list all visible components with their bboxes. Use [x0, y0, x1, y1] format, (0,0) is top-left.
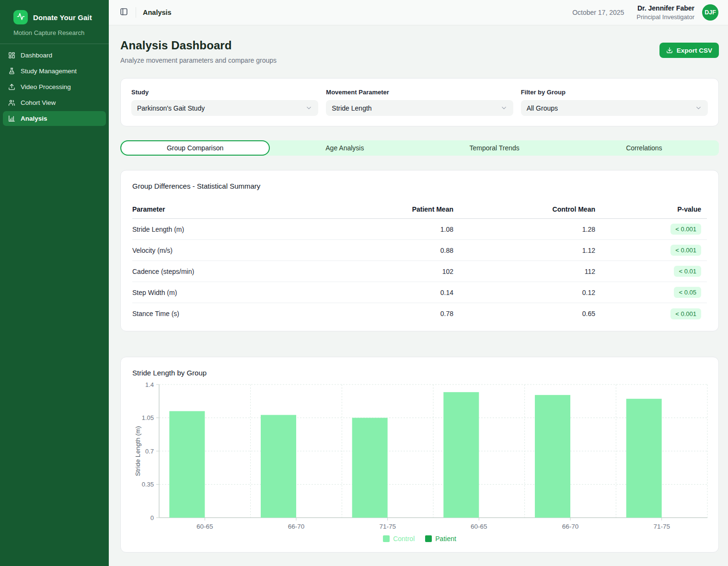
x-tick-label: 66-70: [562, 523, 579, 529]
patient-mean-cell: 102: [338, 268, 453, 275]
bar-chart: 00.350.71.051.460-6566-7071-7560-6566-70…: [132, 380, 707, 531]
table-row: Velocity (m/s) 0.88 1.12 < 0.001: [132, 240, 707, 261]
sidebar-item-label: Cohort View: [21, 99, 56, 106]
chevron-down-icon: [695, 104, 702, 112]
tab-group-comparison[interactable]: Group Comparison: [120, 140, 270, 156]
x-tick-label: 71-75: [379, 523, 396, 529]
panel-left-icon: [120, 8, 128, 18]
chevron-down-icon: [500, 104, 508, 112]
table-row: Stride Length (m) 1.08 1.28 < 0.001: [132, 219, 707, 240]
page-title: Analysis Dashboard: [120, 39, 277, 52]
main-content: Analysis Dashboard Analyze movement para…: [109, 25, 728, 566]
current-date: October 17, 2025: [572, 9, 624, 16]
page-subtitle: Analyze movement parameters and compare …: [120, 57, 277, 64]
filter-label: Study: [131, 89, 318, 96]
x-tick-label: 66-70: [288, 523, 305, 529]
chart-card: Stride Length by Group 00.350.71.051.460…: [120, 357, 719, 553]
filter-movement-parameter: Movement Parameter Stride Length: [326, 89, 513, 116]
user-name: Dr. Jennifer Faber: [636, 4, 694, 13]
sidebar-nav: Dashboard Study Management Video Process…: [0, 48, 109, 126]
users-icon: [8, 99, 15, 107]
chart-bar[interactable]: [626, 399, 662, 518]
control-mean-cell: 0.12: [453, 289, 595, 296]
x-tick-label: 60-65: [471, 523, 487, 529]
sidebar-item-label: Analysis: [21, 115, 47, 122]
col-control-mean: Control Mean: [453, 205, 595, 213]
chart-bar[interactable]: [443, 392, 479, 518]
patient-mean-cell: 0.78: [338, 310, 453, 317]
activity-pulse-icon: [17, 12, 25, 23]
export-csv-button[interactable]: Export CSV: [659, 43, 719, 58]
control-mean-cell: 0.65: [453, 310, 595, 317]
parameter-cell: Velocity (m/s): [132, 247, 338, 254]
study-select[interactable]: Parkinson's Gait Study: [131, 100, 318, 116]
patient-swatch: [425, 535, 432, 542]
movement-parameter-select-value: Stride Length: [332, 104, 371, 112]
sidebar-item-analysis[interactable]: Analysis: [3, 111, 106, 126]
table-header-row: Parameter Patient Mean Control Mean P-va…: [132, 200, 707, 219]
chart-bar[interactable]: [261, 415, 296, 518]
parameter-cell: Stride Length (m): [132, 226, 338, 233]
legend-label: Patient: [435, 535, 456, 543]
y-tick-label: 0.35: [142, 481, 154, 488]
breadcrumb: Analysis: [143, 9, 172, 16]
table-row: Stance Time (s) 0.78 0.65 < 0.001: [132, 303, 707, 324]
sidebar-item-study-management[interactable]: Study Management: [3, 64, 106, 79]
analysis-tabs: Group Comparison Age Analysis Temporal T…: [120, 140, 719, 156]
brand: Donate Your Gait: [0, 0, 109, 24]
group-select[interactable]: All Groups: [521, 100, 708, 116]
filter-label: Filter by Group: [521, 89, 708, 96]
control-mean-cell: 112: [453, 268, 595, 275]
legend-item-control[interactable]: Control: [383, 535, 415, 543]
parameter-cell: Cadence (steps/min): [132, 268, 338, 275]
chart-title: Stride Length by Group: [132, 369, 707, 377]
sidebar-item-label: Video Processing: [21, 83, 71, 91]
control-swatch: [383, 535, 390, 542]
bar-chart-icon: [8, 115, 15, 123]
filter-label: Movement Parameter: [326, 89, 513, 96]
x-tick-label: 60-65: [196, 523, 213, 529]
control-mean-cell: 1.28: [453, 226, 595, 233]
stats-summary-card: Group Differences - Statistical Summary …: [120, 170, 719, 331]
tab-age-analysis[interactable]: Age Analysis: [270, 140, 419, 156]
chart-bar[interactable]: [535, 395, 570, 518]
chevron-down-icon: [305, 104, 312, 112]
stats-table: Parameter Patient Mean Control Mean P-va…: [132, 200, 707, 324]
sidebar-item-video-processing[interactable]: Video Processing: [3, 79, 106, 94]
filters-card: Study Parkinson's Gait Study Movement Pa…: [120, 78, 719, 126]
y-axis-title: Stride Length (m): [134, 426, 141, 476]
y-tick-label: 0.7: [145, 448, 154, 455]
patient-mean-cell: 0.88: [338, 247, 453, 254]
user-role: Principal Investigator: [636, 13, 694, 22]
sidebar-divider: [0, 44, 109, 44]
legend-label: Control: [393, 535, 415, 543]
y-tick-label: 1.05: [142, 414, 154, 421]
control-mean-cell: 1.12: [453, 247, 595, 254]
topbar-separator: [136, 7, 136, 18]
col-parameter: Parameter: [132, 205, 338, 213]
avatar[interactable]: DJF: [702, 4, 718, 21]
sidebar-item-dashboard[interactable]: Dashboard: [3, 48, 106, 63]
sidebar-toggle-button[interactable]: [116, 5, 131, 20]
chart-bar[interactable]: [169, 411, 205, 518]
movement-parameter-select[interactable]: Stride Length: [326, 100, 513, 116]
legend-item-patient[interactable]: Patient: [425, 535, 456, 543]
tab-correlations[interactable]: Correlations: [569, 140, 719, 156]
topbar: Analysis October 17, 2025 Dr. Jennifer F…: [109, 0, 728, 25]
y-tick-label: 1.4: [145, 381, 154, 388]
parameter-cell: Step Width (m): [132, 289, 338, 296]
tab-temporal-trends[interactable]: Temporal Trends: [420, 140, 569, 156]
download-icon: [666, 47, 673, 54]
table-row: Cadence (steps/min) 102 112 < 0.01: [132, 261, 707, 282]
brand-title: Donate Your Gait: [33, 13, 92, 22]
p-value-badge: < 0.001: [670, 245, 701, 256]
stats-card-title: Group Differences - Statistical Summary: [132, 182, 707, 190]
filter-group: Filter by Group All Groups: [521, 89, 708, 116]
bar-chart-svg: 00.350.71.051.460-6566-7071-7560-6566-70…: [132, 380, 708, 529]
user-info: Dr. Jennifer Faber Principal Investigato…: [636, 4, 694, 21]
brand-subtitle: Motion Capture Research: [0, 24, 109, 36]
chart-bar[interactable]: [352, 418, 388, 518]
sidebar-item-label: Study Management: [21, 68, 77, 75]
table-row: Step Width (m) 0.14 0.12 < 0.05: [132, 282, 707, 303]
sidebar-item-cohort-view[interactable]: Cohort View: [3, 95, 106, 110]
